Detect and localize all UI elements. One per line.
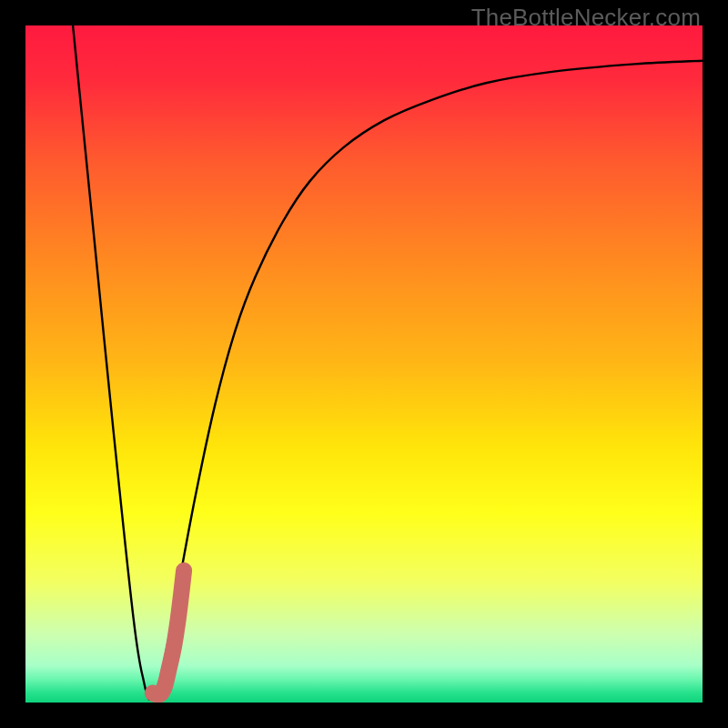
plot-area (25, 25, 703, 703)
gradient-background (25, 25, 703, 703)
chart-svg (25, 25, 703, 703)
watermark-text: TheBottleNecker.com (471, 4, 701, 32)
chart-frame: TheBottleNecker.com (0, 0, 728, 728)
